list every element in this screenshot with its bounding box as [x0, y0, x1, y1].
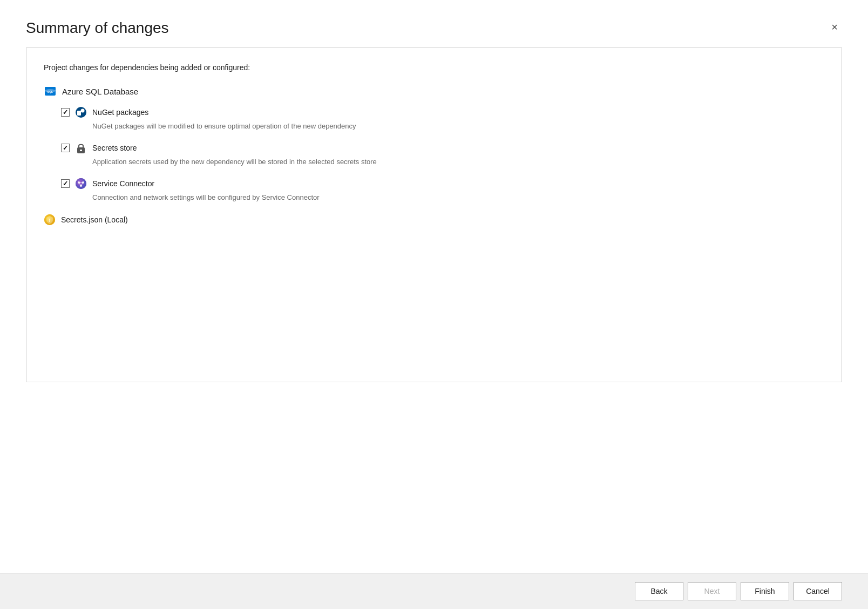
lock-icon [75, 142, 87, 154]
secrets-store-label: Secrets store [92, 144, 137, 152]
azure-sql-header: SQL Azure SQL Database [44, 85, 824, 98]
secrets-store-item: Secrets store Application secrets used b… [61, 142, 824, 167]
secrets-json-icon: ! [44, 214, 56, 226]
secrets-store-description: Application secrets used by the new depe… [92, 157, 824, 167]
service-connector-header: Service Connector [61, 178, 824, 190]
title-bar: Summary of changes × [0, 0, 868, 48]
dialog-title: Summary of changes [26, 19, 169, 37]
next-button[interactable]: Next [688, 582, 736, 600]
svg-text:SQL: SQL [48, 90, 53, 93]
secrets-store-checkbox[interactable] [61, 144, 70, 152]
back-button[interactable]: Back [635, 582, 683, 600]
nuget-checkbox[interactable] [61, 108, 70, 117]
service-connector-item: Service Connector Connection and network… [61, 178, 824, 202]
azure-sql-label: Azure SQL Database [62, 87, 138, 96]
service-connector-label: Service Connector [92, 179, 154, 188]
content-area: Project changes for dependencies being a… [0, 48, 868, 573]
cancel-button[interactable]: Cancel [794, 582, 842, 600]
dialog: Summary of changes × Project changes for… [0, 0, 868, 609]
svg-text:!: ! [49, 218, 51, 223]
footer: Back Next Finish Cancel [0, 573, 868, 609]
finish-button[interactable]: Finish [741, 582, 789, 600]
svg-point-10 [76, 178, 86, 189]
connector-icon [75, 178, 87, 190]
changes-box: Project changes for dependencies being a… [26, 48, 842, 382]
changes-description: Project changes for dependencies being a… [44, 63, 824, 72]
secrets-json-label: Secrets.json (Local) [61, 215, 128, 224]
svg-rect-6 [77, 111, 81, 116]
azure-sql-icon: SQL [44, 85, 57, 98]
secrets-json-item: ! Secrets.json (Local) [44, 214, 824, 226]
service-connector-checkbox[interactable] [61, 179, 70, 188]
azure-sql-items: NuGet packages NuGet packages will be mo… [61, 106, 824, 203]
svg-point-5 [81, 109, 85, 113]
nuget-label: NuGet packages [92, 108, 148, 117]
azure-sql-group: SQL Azure SQL Database [44, 85, 824, 203]
svg-rect-8 [80, 150, 82, 151]
nuget-item-header: NuGet packages [61, 106, 824, 118]
nuget-icon [75, 106, 87, 118]
secrets-store-header: Secrets store [61, 142, 824, 154]
nuget-description: NuGet packages will be modified to ensur… [92, 121, 824, 131]
service-connector-description: Connection and network settings will be … [92, 193, 824, 202]
nuget-item: NuGet packages NuGet packages will be mo… [61, 106, 824, 131]
close-button[interactable]: × [827, 19, 842, 35]
